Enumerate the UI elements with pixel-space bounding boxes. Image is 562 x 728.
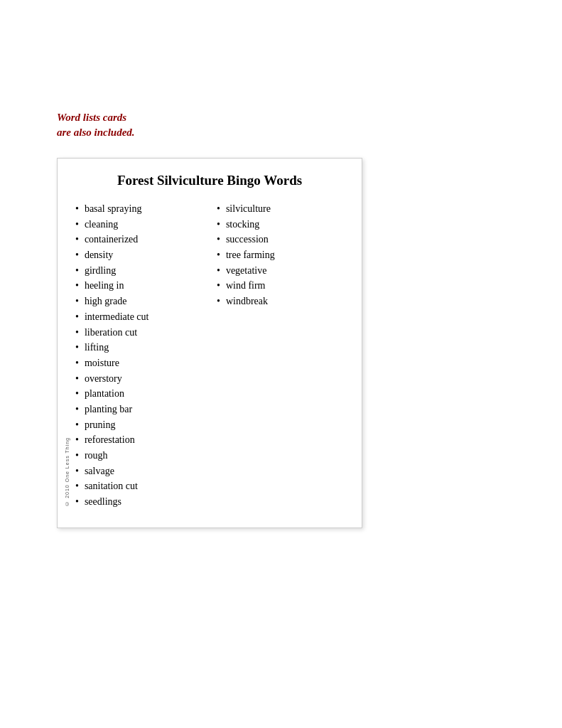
- list-item: •plantation: [75, 386, 202, 402]
- word-lists-line2: are also included.: [57, 127, 135, 138]
- bullet-icon: •: [217, 247, 220, 263]
- list-item: •planting bar: [75, 402, 202, 417]
- bullet-icon: •: [75, 386, 79, 402]
- list-item: •windbreak: [217, 294, 344, 309]
- list-item: •sanitation cut: [75, 478, 202, 494]
- bullet-icon: •: [217, 232, 220, 247]
- bullet-icon: •: [75, 201, 79, 217]
- bullet-icon: •: [75, 371, 79, 387]
- page-container: Word lists cards are also included. Fore…: [0, 0, 562, 728]
- list-item: •salvage: [75, 464, 202, 479]
- words-columns: •basal spraying•cleaning•containerized•d…: [75, 201, 344, 510]
- list-item: •liberation cut: [75, 325, 202, 341]
- bullet-icon: •: [217, 294, 220, 309]
- bullet-icon: •: [75, 340, 79, 355]
- bullet-icon: •: [217, 201, 220, 217]
- list-item: •vegetative: [217, 263, 344, 279]
- bullet-icon: •: [217, 278, 220, 294]
- bullet-icon: •: [75, 402, 79, 417]
- bullet-icon: •: [75, 309, 79, 325]
- bullet-icon: •: [75, 247, 79, 263]
- bullet-icon: •: [75, 494, 79, 510]
- bullet-icon: •: [217, 263, 220, 279]
- list-item: •wind firm: [217, 278, 344, 294]
- list-item: •tree farming: [217, 247, 344, 263]
- bullet-icon: •: [75, 232, 79, 247]
- bullet-icon: •: [75, 478, 79, 494]
- word-lists-label: Word lists cards are also included.: [57, 110, 135, 140]
- list-item: •moisture: [75, 355, 202, 371]
- list-item: •containerized: [75, 232, 202, 247]
- bullet-icon: •: [75, 325, 79, 341]
- list-item: •succession: [217, 232, 344, 247]
- list-item: •girdling: [75, 263, 202, 279]
- bullet-icon: •: [75, 263, 79, 279]
- list-item: •reforestation: [75, 432, 202, 448]
- list-item: •heeling in: [75, 278, 202, 294]
- list-item: •pruning: [75, 417, 202, 433]
- list-item: •basal spraying: [75, 201, 202, 217]
- list-item: •seedlings: [75, 494, 202, 510]
- copyright-text: © 2010 One Less Thing: [65, 437, 70, 506]
- list-item: •stocking: [217, 217, 344, 232]
- bullet-icon: •: [75, 432, 79, 448]
- list-item: •silviculture: [217, 201, 344, 217]
- word-lists-line1: Word lists cards: [57, 112, 126, 123]
- right-column: •silviculture•stocking•succession•tree f…: [210, 201, 344, 510]
- bullet-icon: •: [75, 278, 79, 294]
- left-column: •basal spraying•cleaning•containerized•d…: [75, 201, 210, 510]
- list-item: •cleaning: [75, 217, 202, 232]
- bingo-word-card: Forest Silviculture Bingo Words •basal s…: [57, 158, 362, 528]
- bullet-icon: •: [75, 448, 79, 464]
- bullet-icon: •: [75, 217, 79, 232]
- bullet-icon: •: [75, 464, 79, 479]
- list-item: •lifting: [75, 340, 202, 355]
- bullet-icon: •: [75, 294, 79, 309]
- bullet-icon: •: [217, 217, 220, 232]
- card-title: Forest Silviculture Bingo Words: [75, 173, 344, 188]
- list-item: •intermediate cut: [75, 309, 202, 325]
- list-item: •overstory: [75, 371, 202, 387]
- bullet-icon: •: [75, 355, 79, 371]
- list-item: •rough: [75, 448, 202, 464]
- bullet-icon: •: [75, 417, 79, 433]
- list-item: •density: [75, 247, 202, 263]
- list-item: •high grade: [75, 294, 202, 309]
